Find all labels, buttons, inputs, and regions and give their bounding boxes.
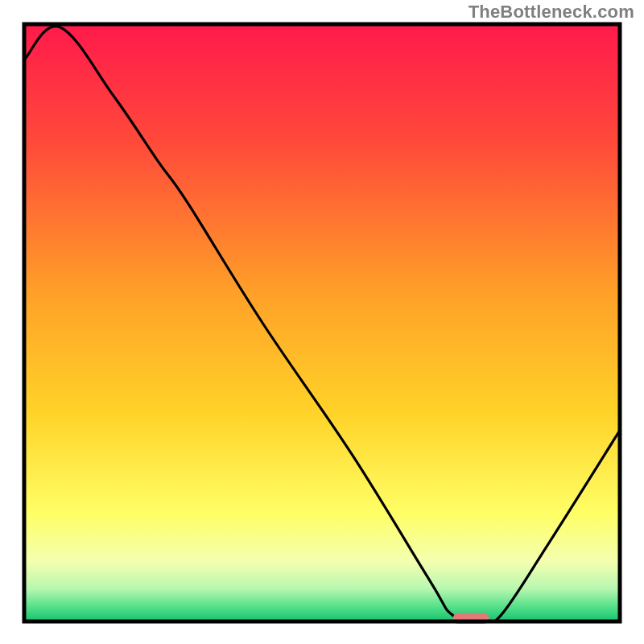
attribution-label: TheBottleneck.com: [469, 2, 634, 23]
plot-background: [24, 24, 620, 621]
bottleneck-chart: [0, 0, 644, 644]
chart-container: TheBottleneck.com: [0, 0, 644, 644]
